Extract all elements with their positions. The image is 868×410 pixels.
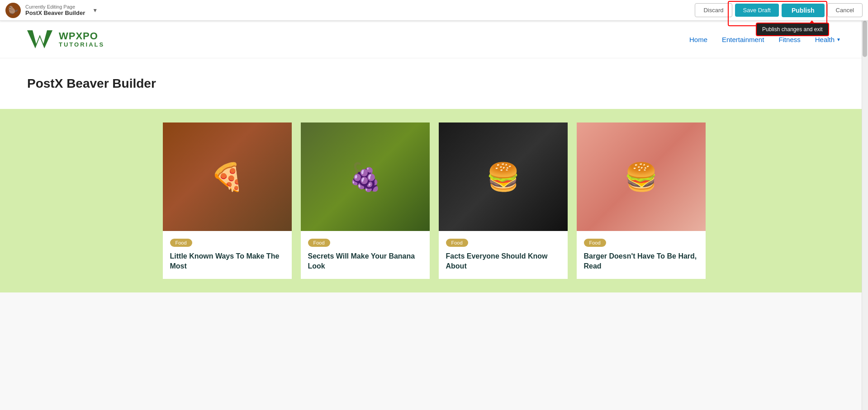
discard-button[interactable]: Discard xyxy=(695,3,732,17)
publish-button[interactable]: Publish xyxy=(782,4,825,17)
nav-fitness[interactable]: Fitness xyxy=(778,36,800,43)
editing-label: Currently Editing Page xyxy=(25,4,85,9)
admin-bar-right: Discard Save Draft Publish Publish chang… xyxy=(695,3,863,17)
nav-home[interactable]: Home xyxy=(689,36,707,43)
publish-tooltip-wrapper: Publish Publish changes and exit xyxy=(782,4,825,17)
post-card: 🍕 Food Little Known Ways To Make The Mos… xyxy=(163,123,292,279)
site-header: WPXPO TUTORIALS Home Entertainment Fitne… xyxy=(0,21,868,58)
logo-text: WPXPO TUTORIALS xyxy=(59,31,104,48)
post-image-2: 🍇 xyxy=(301,123,430,231)
logo-wpxpo: WPXPO xyxy=(59,31,104,42)
post-category-2: Food xyxy=(308,239,330,247)
scrollbar-thumb[interactable] xyxy=(863,21,867,57)
save-draft-button[interactable]: Save Draft xyxy=(735,4,779,17)
post-title-1: Little Known Ways To Make The Most xyxy=(170,251,285,272)
logo-tutorials: TUTORIALS xyxy=(59,42,104,48)
post-category-3: Food xyxy=(446,239,468,247)
site-logo: WPXPO TUTORIALS xyxy=(27,28,104,51)
post-body-1: Food Little Known Ways To Make The Most xyxy=(163,231,292,279)
admin-bar: 🦫 Currently Editing Page PostX Beaver Bu… xyxy=(0,0,868,21)
health-chevron-icon: ▼ xyxy=(836,37,841,42)
post-title-2: Secrets Will Make Your Banana Look xyxy=(308,251,422,272)
post-body-4: Food Barger Doesn't Have To Be Hard, Rea… xyxy=(577,231,706,279)
post-category-1: Food xyxy=(170,239,192,247)
page-name: PostX Beaver Builder xyxy=(25,9,85,16)
post-body-3: Food Facts Everyone Should Know About xyxy=(439,231,568,279)
nav-health-label: Health xyxy=(815,36,835,43)
scrollbar-track[interactable] xyxy=(862,21,868,410)
post-image-4: 🍔 xyxy=(577,123,706,231)
admin-bar-text: Currently Editing Page PostX Beaver Buil… xyxy=(25,4,85,16)
post-title-4: Barger Doesn't Have To Be Hard, Read xyxy=(584,251,698,272)
post-card: 🍔 Food Barger Doesn't Have To Be Hard, R… xyxy=(577,123,706,279)
page-content: WPXPO TUTORIALS Home Entertainment Fitne… xyxy=(0,21,868,410)
dropdown-icon[interactable]: ▼ xyxy=(92,7,98,14)
nav-entertainment[interactable]: Entertainment xyxy=(722,36,764,43)
cancel-button[interactable]: Cancel xyxy=(827,3,863,17)
logo-icon xyxy=(27,28,54,51)
post-card: 🍔 Food Facts Everyone Should Know About xyxy=(439,123,568,279)
page-title: PostX Beaver Builder xyxy=(27,76,841,91)
main-content: PostX Beaver Builder 🍕 Food Little Known… xyxy=(0,58,868,292)
post-body-2: Food Secrets Will Make Your Banana Look xyxy=(301,231,430,279)
post-category-4: Food xyxy=(584,239,606,247)
nav-health[interactable]: Health ▼ xyxy=(815,36,841,43)
post-card: 🍇 Food Secrets Will Make Your Banana Loo… xyxy=(301,123,430,279)
beaver-avatar: 🦫 xyxy=(5,3,21,18)
posts-section: 🍕 Food Little Known Ways To Make The Mos… xyxy=(0,109,868,292)
posts-grid: 🍕 Food Little Known Ways To Make The Mos… xyxy=(163,123,706,279)
site-nav: Home Entertainment Fitness Health ▼ xyxy=(689,36,841,43)
post-image-3: 🍔 xyxy=(439,123,568,231)
post-image-1: 🍕 xyxy=(163,123,292,231)
post-title-3: Facts Everyone Should Know About xyxy=(446,251,560,272)
publish-tooltip: Publish changes and exit xyxy=(756,23,829,36)
svg-marker-0 xyxy=(27,30,52,48)
admin-bar-left: 🦫 Currently Editing Page PostX Beaver Bu… xyxy=(5,3,98,18)
